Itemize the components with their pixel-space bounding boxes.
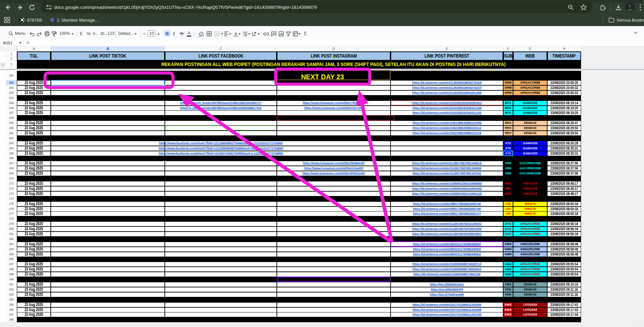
svg-text:NEXT DAY 23: NEXT DAY 23: [301, 73, 344, 81]
